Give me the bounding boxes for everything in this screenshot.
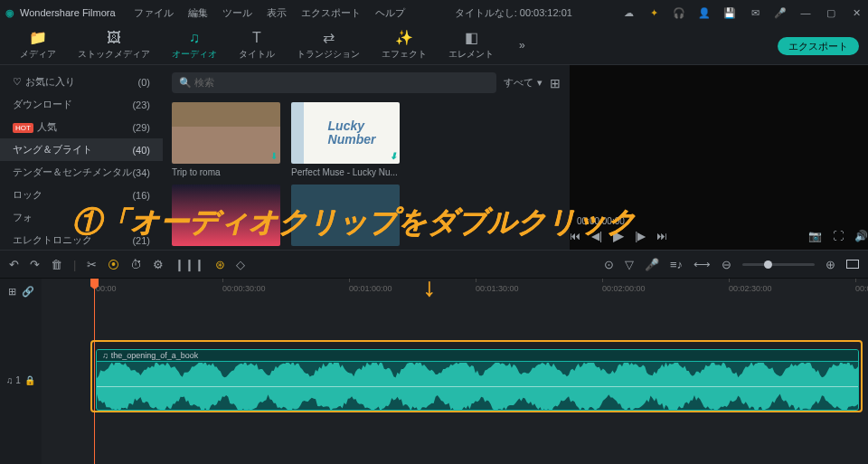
next-frame-icon[interactable]: ⏭ [656, 230, 667, 242]
speed-icon[interactable]: ⦿ [108, 258, 119, 271]
waveform [97, 363, 858, 410]
timeline-ruler[interactable]: 00:00 00:00:30:00 00:01:00:00 00:01:30:0… [42, 279, 868, 304]
cut-icon[interactable]: ✂ [87, 258, 97, 271]
cloud-icon[interactable]: ☁ [622, 6, 635, 19]
idea-icon[interactable]: ✦ [647, 6, 660, 19]
snapshot-icon[interactable]: 📷 [808, 230, 822, 242]
sidebar-item-tender[interactable]: テンダー＆センチメンタル(34) [0, 161, 163, 184]
tab-audio[interactable]: ♫オーディオ [161, 30, 228, 61]
menu-export[interactable]: エクスポート [301, 6, 361, 20]
app-name: Wondershare Filmora [20, 7, 116, 18]
link-icon[interactable]: 🔗 [22, 286, 34, 298]
zoom-slider[interactable] [742, 263, 815, 266]
headset-icon[interactable]: 🎧 [673, 6, 685, 19]
zoom-fit-icon[interactable] [846, 260, 859, 269]
download-icon[interactable]: ⬇ [390, 151, 397, 161]
maximize-icon[interactable]: ▢ [825, 6, 837, 19]
zoom-in-icon[interactable]: ⊕ [826, 258, 835, 271]
zoom-out-icon[interactable]: ⊖ [722, 258, 731, 271]
media-thumb-roma[interactable]: ⬇ Trip to roma [172, 102, 280, 177]
download-icon[interactable]: ⬇ [270, 151, 278, 161]
adjust-icon[interactable]: ⚙ [153, 258, 164, 271]
minimize-icon[interactable]: — [799, 6, 812, 19]
heart-icon: ♡ [13, 76, 22, 87]
app-logo: ◉ [5, 7, 14, 19]
annotation-arrow: ↓ [423, 273, 436, 302]
timer-icon[interactable]: ⏱ [130, 258, 142, 271]
sidebar-item-favorites[interactable]: ♡お気に入り(0) [0, 71, 163, 93]
search-input[interactable]: 🔍 検索 [172, 72, 496, 93]
transition-icon: ⇄ [323, 29, 335, 46]
menu-file[interactable]: ファイル [134, 6, 174, 20]
search-icon: 🔍 [179, 77, 192, 89]
project-title: タイトルなし: 00:03:12:01 [405, 6, 622, 20]
tab-stock[interactable]: 🖼ストックメディア [67, 30, 161, 61]
record-icon[interactable]: 🎤 [645, 258, 659, 271]
menu-view[interactable]: 表示 [267, 6, 287, 20]
undo-icon[interactable]: ↶ [9, 258, 19, 271]
mic-icon[interactable]: 🎤 [774, 6, 787, 19]
render-icon[interactable]: ⊙ [604, 258, 614, 271]
add-track-icon[interactable]: ⊞ [8, 286, 16, 298]
keyframe-icon[interactable]: ◇ [236, 258, 245, 271]
sidebar-item-downloads[interactable]: ダウンロード(23) [0, 93, 163, 116]
media-thumb-lucky[interactable]: LuckyNumber⬇ Perfect Muse - Lucky Nu... [291, 102, 400, 177]
music-icon: ♫ [189, 30, 200, 46]
chevron-down-icon: ▾ [537, 77, 542, 89]
menu-tools[interactable]: ツール [222, 6, 252, 20]
text-icon: T [252, 30, 261, 46]
user-icon[interactable]: 👤 [698, 6, 711, 19]
clip-name: the_opening_of_a_book [111, 351, 199, 360]
fullscreen-icon[interactable]: ⛶ [833, 230, 844, 242]
mixer-icon[interactable]: ≡♪ [670, 258, 683, 271]
annotation-text: ①「オーディオクリップをダブルクリック [72, 203, 637, 242]
tabs-more-icon[interactable]: » [512, 39, 533, 52]
folder-icon: 📁 [29, 29, 47, 46]
track-label: ♫ 1 [6, 375, 21, 385]
redo-icon[interactable]: ↷ [30, 258, 40, 271]
image-icon: 🖼 [107, 30, 121, 46]
color-icon[interactable]: ❙❙❙ [175, 258, 204, 271]
audio-track-1[interactable]: ♫ 1🔒 ♫the_opening_of_a_book [42, 347, 868, 412]
audio-clip[interactable]: ♫the_opening_of_a_book [96, 349, 859, 411]
hot-badge: HOT [13, 123, 33, 133]
playhead[interactable] [94, 279, 95, 464]
sidebar-item-young-bright[interactable]: ヤング＆ブライト(40) [0, 138, 163, 161]
sparkle-icon: ✨ [395, 29, 413, 46]
menu-edit[interactable]: 編集 [188, 6, 208, 20]
marker-icon[interactable]: ▽ [625, 258, 634, 271]
shape-icon: ◧ [465, 29, 478, 46]
lock-icon[interactable]: 🔒 [24, 375, 35, 385]
close-icon[interactable]: ✕ [850, 6, 863, 19]
sidebar-item-popular[interactable]: HOT人気(29) [0, 116, 163, 138]
tab-transitions[interactable]: ⇄トランジション [286, 29, 371, 61]
export-button[interactable]: エクスポート [778, 37, 859, 55]
tab-elements[interactable]: ◧エレメント [438, 29, 505, 61]
save-icon[interactable]: 💾 [723, 6, 736, 19]
grid-view-icon[interactable]: ⊞ [550, 76, 561, 90]
tab-effects[interactable]: ✨エフェクト [371, 29, 438, 61]
menu-help[interactable]: ヘルプ [375, 6, 405, 20]
delete-icon[interactable]: 🗑 [51, 258, 62, 271]
volume-icon[interactable]: 🔊 [854, 230, 868, 242]
tab-media[interactable]: 📁メディア [9, 29, 67, 61]
music-icon: ♫ [102, 351, 108, 360]
tab-titles[interactable]: Tタイトル [228, 30, 286, 61]
filter-select[interactable]: すべて ▾ [504, 76, 542, 90]
mail-icon[interactable]: ✉ [749, 6, 761, 19]
enhance-icon[interactable]: ⊛ [215, 258, 225, 271]
fit-icon[interactable]: ⟷ [693, 258, 711, 271]
